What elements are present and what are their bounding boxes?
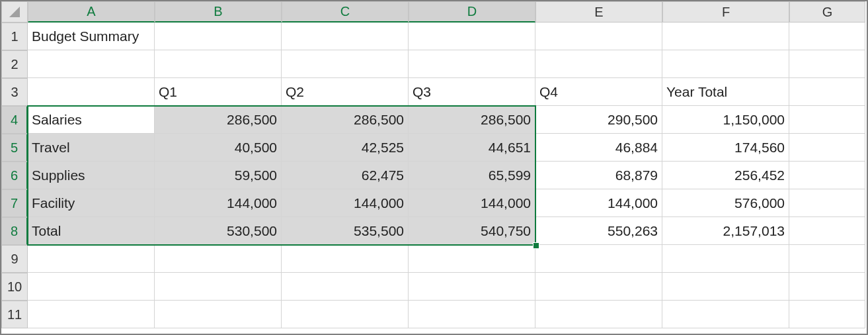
col-header-G[interactable]: G <box>789 1 865 23</box>
cell-G8[interactable] <box>789 217 865 245</box>
cell-G2[interactable] <box>789 50 865 78</box>
col-header-A[interactable]: A <box>28 1 155 23</box>
col-header-C[interactable]: C <box>282 1 409 23</box>
cell-F6[interactable]: 256,452 <box>662 162 789 189</box>
row-header-1[interactable]: 1 <box>1 23 28 50</box>
row-header-6[interactable]: 6 <box>1 162 28 189</box>
cell-C11[interactable] <box>282 301 409 328</box>
cell-D8[interactable]: 540,750 <box>409 217 535 245</box>
cell-C4[interactable]: 286,500 <box>282 106 409 134</box>
cell-G1[interactable] <box>789 23 865 50</box>
cell-A3[interactable] <box>28 78 155 106</box>
cell-F1[interactable] <box>662 23 789 50</box>
cell-D2[interactable] <box>409 50 535 78</box>
cell-C7[interactable]: 144,000 <box>282 189 409 217</box>
cell-F7[interactable]: 576,000 <box>662 189 789 217</box>
cell-C5[interactable]: 42,525 <box>282 134 409 162</box>
cell-F10[interactable] <box>662 273 789 301</box>
cell-B6[interactable]: 59,500 <box>155 162 282 189</box>
row-header-5[interactable]: 5 <box>1 134 28 162</box>
cell-D3[interactable]: Q3 <box>409 78 535 106</box>
cell-D7[interactable]: 144,000 <box>409 189 535 217</box>
cell-B1[interactable] <box>155 23 282 50</box>
cell-G10[interactable] <box>789 273 865 301</box>
row-header-7[interactable]: 7 <box>1 189 28 217</box>
cell-B4[interactable]: 286,500 <box>155 106 282 134</box>
row-header-8[interactable]: 8 <box>1 217 28 245</box>
spreadsheet-grid[interactable]: ABCDEFG1234567891011Budget SummaryQ1Q2Q3… <box>1 1 867 334</box>
cell-F9[interactable] <box>662 245 789 273</box>
cell-E4[interactable]: 290,500 <box>535 106 662 134</box>
cell-D4[interactable]: 286,500 <box>409 106 535 134</box>
row-header-3[interactable]: 3 <box>1 78 28 106</box>
cell-A1[interactable]: Budget Summary <box>28 23 155 50</box>
row-header-11[interactable]: 11 <box>1 301 28 328</box>
cell-B8[interactable]: 530,500 <box>155 217 282 245</box>
cell-E10[interactable] <box>535 273 662 301</box>
cell-C1[interactable] <box>282 23 409 50</box>
cell-C9[interactable] <box>282 245 409 273</box>
cell-G3[interactable] <box>789 78 865 106</box>
cell-F4[interactable]: 1,150,000 <box>662 106 789 134</box>
cell-B9[interactable] <box>155 245 282 273</box>
cell-B2[interactable] <box>155 50 282 78</box>
cell-E5[interactable]: 46,884 <box>535 134 662 162</box>
cell-C10[interactable] <box>282 273 409 301</box>
cell-A8[interactable]: Total <box>28 217 155 245</box>
cell-D5[interactable]: 44,651 <box>409 134 535 162</box>
cell-F5[interactable]: 174,560 <box>662 134 789 162</box>
row-header-2[interactable]: 2 <box>1 50 28 78</box>
cell-F2[interactable] <box>662 50 789 78</box>
col-header-F[interactable]: F <box>662 1 789 23</box>
cell-C6[interactable]: 62,475 <box>282 162 409 189</box>
cell-C2[interactable] <box>282 50 409 78</box>
cell-G11[interactable] <box>789 301 865 328</box>
cell-A7[interactable]: Facility <box>28 189 155 217</box>
cell-D6[interactable]: 65,599 <box>409 162 535 189</box>
cell-E11[interactable] <box>535 301 662 328</box>
cell-F8[interactable]: 2,157,013 <box>662 217 789 245</box>
row-header-9[interactable]: 9 <box>1 245 28 273</box>
cell-A9[interactable] <box>28 245 155 273</box>
select-all-corner[interactable] <box>1 1 28 23</box>
cell-B7[interactable]: 144,000 <box>155 189 282 217</box>
fill-handle[interactable] <box>533 242 539 249</box>
cell-A2[interactable] <box>28 50 155 78</box>
cell-F11[interactable] <box>662 301 789 328</box>
cell-G6[interactable] <box>789 162 865 189</box>
cell-A10[interactable] <box>28 273 155 301</box>
cell-B5[interactable]: 40,500 <box>155 134 282 162</box>
cell-D10[interactable] <box>409 273 535 301</box>
cell-B11[interactable] <box>155 301 282 328</box>
cell-C3[interactable]: Q2 <box>282 78 409 106</box>
cell-E2[interactable] <box>535 50 662 78</box>
cell-E3[interactable]: Q4 <box>535 78 662 106</box>
cell-B3[interactable]: Q1 <box>155 78 282 106</box>
cell-D11[interactable] <box>409 301 535 328</box>
cell-A4[interactable]: Salaries <box>28 106 155 134</box>
cell-G7[interactable] <box>789 189 865 217</box>
col-header-B[interactable]: B <box>155 1 282 23</box>
cell-C8[interactable]: 535,500 <box>282 217 409 245</box>
cell-G9[interactable] <box>789 245 865 273</box>
cell-G5[interactable] <box>789 134 865 162</box>
col-header-D[interactable]: D <box>409 1 535 23</box>
cell-G4[interactable] <box>789 106 865 134</box>
cell-B10[interactable] <box>155 273 282 301</box>
cell-E6[interactable]: 68,879 <box>535 162 662 189</box>
cell-E1[interactable] <box>535 23 662 50</box>
cell-F3[interactable]: Year Total <box>662 78 789 106</box>
row-header-4[interactable]: 4 <box>1 106 28 134</box>
row-header-10[interactable]: 10 <box>1 273 28 301</box>
cell-D1[interactable] <box>409 23 535 50</box>
col-header-E[interactable]: E <box>535 1 662 23</box>
cell-E7[interactable]: 144,000 <box>535 189 662 217</box>
cell-A6[interactable]: Supplies <box>28 162 155 189</box>
cell-E9[interactable] <box>535 245 662 273</box>
cell-D9[interactable] <box>409 245 535 273</box>
cell-A11[interactable] <box>28 301 155 328</box>
cell-E8[interactable]: 550,263 <box>535 217 662 245</box>
cell-A5[interactable]: Travel <box>28 134 155 162</box>
